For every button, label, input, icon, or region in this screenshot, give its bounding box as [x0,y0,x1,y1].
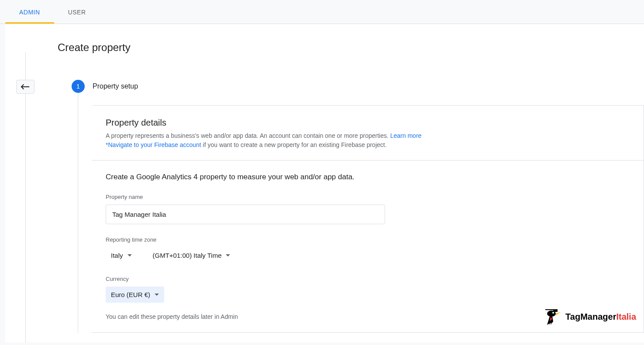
top-tabs: ADMIN USER [0,0,644,24]
currency-label: Currency [106,276,630,282]
timezone-country-dropdown[interactable]: Italy [106,247,137,263]
back-arrow-icon [21,83,30,90]
property-details-card-header: Property details A property represents a… [92,105,644,161]
learn-more-link[interactable]: Learn more [390,132,422,139]
step-header: 1 Property setup [72,80,644,93]
back-button[interactable] [16,80,34,94]
tab-user[interactable]: USER [54,0,100,24]
step-number-badge: 1 [72,80,85,93]
tab-admin[interactable]: ADMIN [5,0,54,24]
chevron-down-icon [127,254,132,256]
property-name-input[interactable] [106,205,385,224]
step-line-inner [78,93,78,333]
property-details-heading: Property details [106,118,630,128]
property-name-label: Property name [106,194,630,200]
step-title: Property setup [93,82,138,90]
timezone-row: Italy (GMT+01:00) Italy Time [106,247,630,263]
firebase-suffix: if you want to create a new property for… [201,141,387,148]
timezone-value-dropdown[interactable]: (GMT+01:00) Italy Time [148,247,236,263]
currency-value: Euro (EUR €) [111,291,150,298]
page-title: Create property [5,24,644,54]
content-wrapper: Create property 1 Property setup Propert… [5,24,644,342]
property-form-card: Create a Google Analytics 4 property to … [92,161,644,333]
firebase-link[interactable]: *Navigate to your Firebase account [106,141,201,148]
form-intro: Create a Google Analytics 4 property to … [106,173,630,181]
stepper-line [25,52,26,342]
property-name-field: Property name [106,194,630,224]
timezone-field: Reporting time zone Italy (GMT+01:00) It… [106,236,630,263]
step-section: 1 Property setup Property details A prop… [58,80,644,333]
timezone-country-value: Italy [111,252,123,259]
timezone-value: (GMT+01:00) Italy Time [153,252,222,259]
helper-text: You can edit these property details late… [106,313,630,320]
currency-field: Currency Euro (EUR €) [106,276,630,303]
chevron-down-icon [155,294,159,296]
firebase-note: *Navigate to your Firebase account if yo… [106,140,630,150]
chevron-down-icon [226,254,230,256]
property-details-desc-text: A property represents a business's web a… [106,132,390,139]
currency-dropdown[interactable]: Euro (EUR €) [106,287,164,303]
property-details-description: A property represents a business's web a… [106,131,630,140]
step-content: Property details A property represents a… [92,105,644,333]
timezone-label: Reporting time zone [106,236,630,243]
